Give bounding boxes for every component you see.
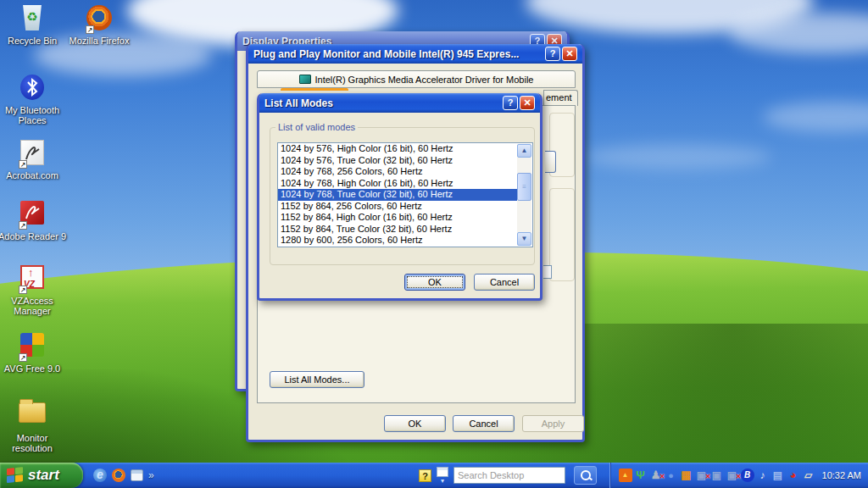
search-input[interactable] [453, 467, 565, 484]
plug-play-titlebar[interactable]: Plug and Play Monitor and Mobile Intel(R… [248, 44, 582, 64]
listbox-scrollbar[interactable]: ▲ ≡ ▼ [517, 144, 531, 246]
ok-button[interactable]: OK [384, 415, 446, 432]
tab-label: ement [546, 92, 572, 103]
firefox-icon: ↗ [85, 5, 114, 34]
desktop-icon-label: Recycle Bin [0, 36, 68, 46]
desktop-icon-acrobat-com[interactable]: ↗ Acrobat.com [0, 138, 68, 180]
clock[interactable]: 10:32 AM [822, 470, 861, 480]
cancel-button[interactable]: Cancel [453, 415, 515, 432]
groupbox-label: List of valid modes [275, 122, 358, 132]
desktop-icon-label: Adobe Reader 9 [0, 231, 68, 241]
firefox-quicklaunch-icon[interactable] [112, 469, 125, 482]
deskbar-caret-icon[interactable]: ▾ [441, 477, 444, 485]
scroll-down-button[interactable]: ▼ [517, 232, 531, 246]
mode-list-item[interactable]: 1024 by 576, True Color (32 bit), 60 Her… [278, 155, 518, 167]
desktop-icon-avg-free[interactable]: ↗ AVG Free 9.0 [0, 330, 68, 374]
wireless-antenna-icon[interactable]: Ψ [634, 469, 648, 482]
system-tray: ▲ Ψ ♟✕ ● ▦ ▣✕ ▣ ▣✕ B ♪ ▤ ◕ ▱ 10:32 AM [609, 463, 868, 488]
tray-glyph: ◕ [790, 469, 797, 481]
shortcut-arrow-icon: ↗ [86, 25, 94, 34]
shortcut-arrow-icon: ↗ [19, 160, 27, 169]
desktop-icon-monitor-resolution[interactable]: Monitor resolution [0, 396, 68, 453]
tray-glyph: ▤ [773, 469, 782, 481]
screen: Recycle Bin ↗ Mozilla Firefox My Bluetoo… [0, 0, 868, 488]
vzaccess-icon: ↑VZ ↗ [18, 265, 47, 294]
mode-list-item[interactable]: 1280 by 600, 256 Colors, 60 Hertz [278, 235, 518, 247]
avg-tray-icon[interactable]: ◕ [787, 469, 800, 482]
scrollbar-thumb[interactable]: ≡ [517, 173, 531, 201]
tray-glyph: ♪ [760, 469, 765, 481]
quick-launch: e » [93, 463, 154, 488]
quick-launch-overflow-chevron[interactable]: » [148, 469, 154, 481]
desktop-icon-label: Monitor resolution [0, 433, 68, 453]
mode-list-item[interactable]: 1024 by 576, High Color (16 bit), 60 Her… [278, 143, 518, 155]
selected-tab-top-highlight [281, 88, 348, 91]
intel-display-tray-icon[interactable]: ▤ [771, 469, 785, 482]
touchpad-tray-icon[interactable]: ▱ [802, 469, 815, 482]
start-label: start [28, 467, 59, 484]
internet-explorer-icon[interactable]: e [93, 469, 107, 482]
tray-glyph: B [744, 470, 750, 480]
desktop-icon-recycle-bin[interactable]: Recycle Bin [0, 3, 68, 46]
input-fragment [543, 265, 552, 279]
scroll-up-button[interactable]: ▲ [517, 144, 531, 158]
desktop-icon-label: Acrobat.com [0, 170, 68, 180]
cloud [585, 144, 771, 169]
groupbox-fragment [549, 188, 575, 281]
tab-partial-color-management[interactable]: ement [543, 90, 578, 106]
tray-glyph: ▦ [681, 469, 691, 481]
list-all-modes-window: List All Modes ? ✕ List of valid modes 1… [257, 93, 542, 301]
cancel-button[interactable]: Cancel [474, 274, 535, 291]
show-desktop-icon[interactable] [131, 469, 143, 481]
dialup-offline-icon[interactable]: ▣✕ [726, 469, 739, 482]
list-all-modes-button[interactable]: List All Modes... [270, 371, 364, 388]
tray-glyph: ● [668, 470, 674, 480]
vzaccess-tray-icon[interactable]: ▲ [619, 469, 632, 482]
windows-flag-icon [7, 467, 24, 484]
shortcut-arrow-icon: ↗ [19, 353, 27, 362]
acrobat-com-icon: ↗ [18, 140, 47, 169]
start-button[interactable]: start [0, 463, 83, 488]
help-button[interactable]: ? [503, 96, 518, 110]
avg-icon: ↗ [18, 333, 47, 362]
bluetooth-tray-icon[interactable]: B [741, 469, 754, 482]
wireless-network-icon[interactable]: ▣ [710, 469, 724, 482]
tray-glyph: ▱ [804, 469, 812, 481]
shortcut-arrow-icon: ↗ [19, 286, 27, 294]
mode-list-item[interactable]: 1024 by 768, High Color (16 bit), 60 Her… [278, 178, 518, 190]
help-button[interactable]: ? [545, 47, 560, 61]
mode-list-item[interactable]: 1024 by 768, 256 Colors, 60 Hertz [278, 166, 518, 178]
desktop-icon-vzaccess-manager[interactable]: ↑VZ ↗ VZAccess Manager [0, 263, 68, 316]
language-bar-icon[interactable]: ▦ [680, 469, 693, 482]
volume-icon[interactable]: ♪ [756, 469, 770, 482]
modes-listbox: 1024 by 576, High Color (16 bit), 60 Her… [277, 142, 533, 247]
desktop-icon-mozilla-firefox[interactable]: ↗ Mozilla Firefox [64, 3, 135, 46]
desktop-icon-my-bluetooth-places[interactable]: My Bluetooth Places [0, 73, 68, 125]
network-offline-icon[interactable]: ▣✕ [695, 469, 709, 482]
mode-list-item-selected[interactable]: 1024 by 768, True Color (32 bit), 60 Her… [278, 189, 518, 201]
mode-list-item[interactable]: 1152 by 864, 256 Colors, 60 Hertz [278, 201, 518, 213]
list-all-modes-titlebar[interactable]: List All Modes ? ✕ [259, 93, 540, 113]
desktop-icon-label: AVG Free 9.0 [0, 363, 68, 374]
user-offline-icon[interactable]: ♟✕ [649, 469, 663, 482]
mode-list-item[interactable]: 1152 by 864, True Color (32 bit), 60 Her… [278, 224, 518, 236]
apply-button: Apply [522, 415, 584, 432]
recycle-bin-icon [18, 5, 47, 34]
deskbar-window-icon[interactable] [437, 467, 448, 477]
desktop-icon-label: VZAccess Manager [0, 296, 68, 316]
close-button[interactable]: ✕ [520, 96, 535, 110]
window-title: List All Modes [264, 97, 503, 109]
close-button[interactable]: ✕ [562, 47, 577, 61]
button-fragment[interactable] [545, 151, 556, 173]
search-magnifier-tray-icon[interactable]: ● [665, 469, 678, 482]
taskbar: start e » ? ▾ ▲ Ψ ♟✕ ● ▦ ▣✕ ▣ ▣✕ B [0, 463, 868, 488]
mode-list-item[interactable]: 1152 by 864, High Color (16 bit), 60 Her… [278, 212, 518, 224]
adobe-reader-icon: ↗ [18, 201, 47, 230]
tab-label: Intel(R) Graphics Media Accelerator Driv… [315, 75, 534, 85]
ok-button[interactable]: OK [404, 274, 465, 291]
deskbar-help-icon[interactable]: ? [419, 469, 431, 482]
desktop-icon-label: My Bluetooth Places [0, 105, 68, 125]
search-button[interactable] [574, 466, 597, 485]
desktop-icon-adobe-reader-9[interactable]: ↗ Adobe Reader 9 [0, 198, 68, 241]
tab-intel-graphics[interactable]: Intel(R) Graphics Media Accelerator Driv… [257, 70, 576, 88]
